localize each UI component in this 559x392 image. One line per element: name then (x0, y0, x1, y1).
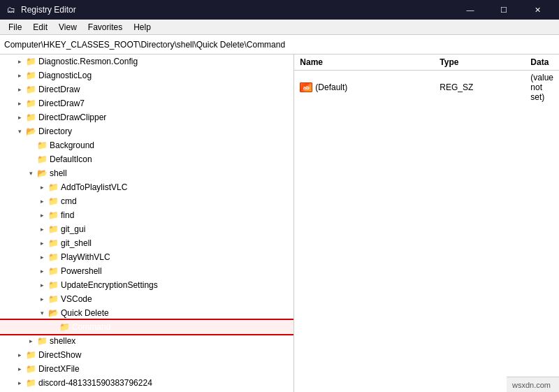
tree-label-playwithvlc: PlayWithVLC (61, 252, 110, 262)
tree-item-vscode[interactable]: VSCode (0, 292, 293, 306)
tree-item-diagnostic-resmon[interactable]: Diagnostic.Resmon.Config (0, 55, 293, 68)
tree-item-shell[interactable]: shell (0, 166, 293, 180)
tree-label-addtoplaylistvlc: AddToPlaylistVLC (61, 182, 127, 192)
tree-item-discord-1[interactable]: discord-481331590383796224 (0, 376, 293, 390)
maximize-button[interactable]: ☐ (488, 0, 520, 20)
menu-view[interactable]: View (53, 21, 82, 34)
expand-icon-find[interactable] (36, 210, 48, 221)
folder-icon-discord-1 (25, 377, 36, 389)
tree-item-directdraw7[interactable]: DirectDraw7 (0, 96, 293, 110)
tree-item-shellex[interactable]: shellex (0, 334, 293, 348)
close-button[interactable]: ✕ (521, 0, 553, 20)
tree-label-directdraw: DirectDraw (38, 85, 80, 94)
expand-icon-cmd[interactable] (36, 196, 48, 207)
tree-item-directory[interactable]: Directory (0, 124, 293, 138)
col-type: Type (440, 57, 530, 67)
folder-icon-directory (25, 126, 36, 137)
folder-icon-directxfile (25, 363, 36, 375)
tree-item-background[interactable]: Background (0, 138, 293, 152)
tree-label-directory: Directory (38, 126, 72, 136)
tree-label-shell: shell (50, 168, 67, 178)
tree-panel[interactable]: Diagnostic.Resmon.ConfigDiagnosticLogDir… (0, 55, 294, 392)
tree-label-cmd: cmd (61, 196, 77, 206)
folder-icon-updateencryptionsettings (48, 280, 59, 291)
col-name: Name (300, 57, 440, 67)
expand-icon-diagnosticlog[interactable] (14, 70, 25, 81)
expand-icon-directory[interactable] (14, 126, 25, 137)
tree-item-diagnosticlog[interactable]: DiagnosticLog (0, 68, 293, 82)
folder-icon-git_gui (48, 224, 59, 235)
tree-item-quickdelete[interactable]: Quick Delete (0, 306, 293, 320)
folder-icon-shellex (36, 335, 48, 347)
tree-item-powershell[interactable]: Powershell (0, 264, 293, 278)
tree-label-git_gui: git_gui (61, 224, 85, 234)
tree-item-addtoplaylistvlc[interactable]: AddToPlaylistVLC (0, 180, 293, 194)
expand-icon-directxfile[interactable] (14, 363, 25, 375)
expand-icon-directdraw[interactable] (14, 84, 25, 95)
right-panel: Name Type Data ab(Default)REG_SZ(value n… (294, 55, 559, 392)
registry-row-0[interactable]: ab(Default)REG_SZ(value not set) (294, 71, 559, 104)
tree-item-cmd[interactable]: cmd (0, 194, 293, 208)
expand-icon-shellex[interactable] (25, 335, 36, 347)
expand-icon-discord-1[interactable] (14, 377, 25, 389)
tree-label-shellex: shellex (50, 336, 75, 346)
reg-type-0: REG_SZ (440, 82, 530, 92)
app-title: Registry Editor (21, 5, 76, 15)
reg-name-cell-0: ab(Default) (300, 82, 440, 92)
tree-item-defaulticon[interactable]: DefaultIcon (0, 152, 293, 166)
title-bar: 🗂 Registry Editor — ☐ ✕ (0, 0, 559, 20)
tree-label-directshow: DirectShow (38, 350, 81, 360)
folder-icon-directdrawclipper (25, 112, 36, 123)
tree-item-directxfile[interactable]: DirectXFile (0, 362, 293, 376)
tree-label-diagnosticlog: DiagnosticLog (38, 71, 92, 80)
expand-icon-powershell[interactable] (36, 266, 48, 277)
expand-icon-directdraw7[interactable] (14, 98, 25, 109)
reg-type-icon-0: ab (300, 82, 312, 92)
expand-icon-diagnostic-resmon[interactable] (14, 56, 25, 67)
menu-edit[interactable]: Edit (27, 21, 53, 34)
tree-item-git_gui[interactable]: git_gui (0, 222, 293, 236)
address-bar: Computer\HKEY_CLASSES_ROOT\Directory\she… (0, 35, 559, 55)
menu-help[interactable]: Help (128, 21, 157, 34)
address-path: Computer\HKEY_CLASSES_ROOT\Directory\she… (4, 40, 285, 50)
folder-icon-directdraw7 (25, 98, 36, 109)
tree-item-directdrawclipper[interactable]: DirectDrawClipper (0, 110, 293, 124)
status-bar: wsxdn.com (507, 377, 559, 392)
expand-icon-directshow[interactable] (14, 349, 25, 361)
folder-icon-cmd (48, 196, 59, 207)
tree-label-directdraw7: DirectDraw7 (38, 99, 85, 108)
menu-file[interactable]: File (3, 21, 27, 34)
tree-item-updateencryptionsettings[interactable]: UpdateEncryptionSettings (0, 278, 293, 292)
folder-icon-powershell (48, 266, 59, 277)
minimize-button[interactable]: — (454, 0, 486, 20)
expand-icon-updateencryptionsettings[interactable] (36, 280, 48, 291)
expand-icon-quickdelete[interactable] (36, 307, 48, 319)
registry-rows[interactable]: ab(Default)REG_SZ(value not set) (294, 71, 559, 392)
tree-label-powershell: Powershell (61, 266, 102, 276)
tree-item-git_shell[interactable]: git_shell (0, 236, 293, 250)
expand-icon-git_shell[interactable] (36, 238, 48, 249)
menu-favorites[interactable]: Favorites (82, 21, 128, 34)
folder-icon-diagnosticlog (25, 70, 36, 81)
folder-icon-addtoplaylistvlc (48, 182, 59, 193)
reg-name-0: (Default) (315, 82, 347, 92)
expand-icon-playwithvlc[interactable] (36, 252, 48, 263)
tree-label-directxfile: DirectXFile (38, 364, 80, 374)
folder-icon-vscode (48, 293, 59, 305)
tree-label-updateencryptionsettings: UpdateEncryptionSettings (61, 280, 158, 290)
tree-item-playwithvlc[interactable]: PlayWithVLC (0, 250, 293, 264)
folder-icon-playwithvlc (48, 252, 59, 263)
expand-icon-directdrawclipper[interactable] (14, 112, 25, 123)
tree-item-directdraw[interactable]: DirectDraw (0, 82, 293, 96)
folder-icon-defaulticon (36, 154, 48, 165)
expand-icon-shell[interactable] (25, 168, 36, 179)
tree-item-command[interactable]: Command (0, 320, 293, 334)
folder-icon-shell (36, 168, 48, 179)
expand-icon-vscode[interactable] (36, 293, 48, 305)
tree-item-directshow[interactable]: DirectShow (0, 348, 293, 362)
tree-label-discord-1: discord-481331590383796224 (38, 378, 152, 388)
expand-icon-addtoplaylistvlc[interactable] (36, 182, 48, 193)
folder-icon-background (36, 140, 48, 151)
expand-icon-git_gui[interactable] (36, 224, 48, 235)
tree-item-find[interactable]: find (0, 208, 293, 222)
